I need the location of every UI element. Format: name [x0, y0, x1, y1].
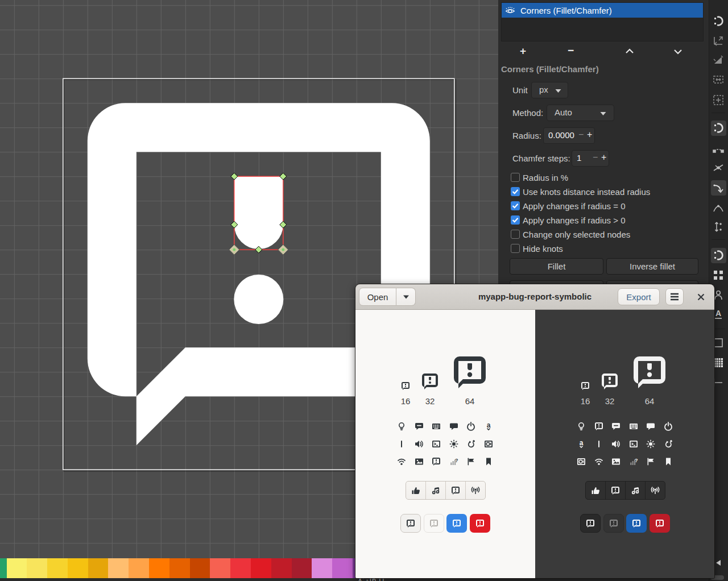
svg-text:A: A [715, 309, 721, 318]
